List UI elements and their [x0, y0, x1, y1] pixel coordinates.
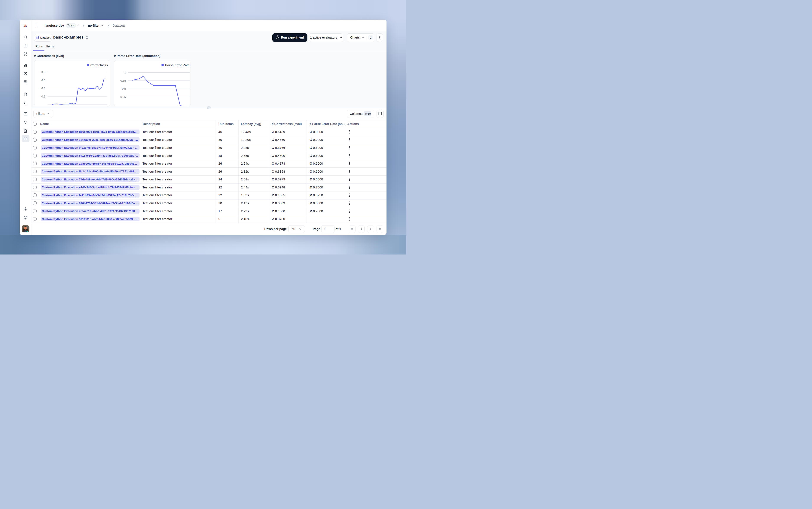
svg-text:0.8: 0.8	[41, 70, 45, 74]
svg-text:0.4: 0.4	[41, 87, 45, 90]
svg-text:Correctness: Correctness	[90, 63, 108, 67]
svg-text:0.5: 0.5	[122, 87, 126, 90]
svg-text:0.2: 0.2	[41, 95, 45, 98]
svg-text:0.75: 0.75	[120, 79, 126, 82]
svg-text:0.25: 0.25	[120, 95, 126, 98]
svg-text:1: 1	[124, 71, 126, 74]
svg-text:0.6: 0.6	[41, 78, 45, 82]
svg-text:Parse Error Rate: Parse Error Rate	[165, 63, 190, 67]
